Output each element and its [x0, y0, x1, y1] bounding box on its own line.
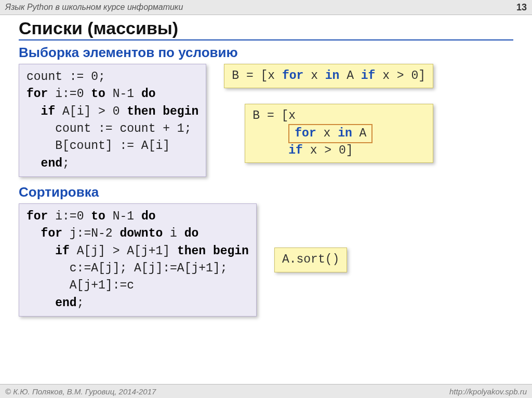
for-in-highlight-box: for x in A [288, 124, 373, 143]
course-title: Язык Python в школьном курсе информатики [5, 3, 183, 12]
slide-body: Списки (массивы) Выборка элементов по ус… [0, 15, 532, 317]
kw-if: if [252, 144, 303, 157]
kw-do: do [141, 87, 156, 101]
title-underline [19, 39, 513, 40]
code-line: A[j+1]:=c [26, 279, 134, 292]
slide-title: Списки (массивы) [19, 18, 513, 38]
sort-row: for i:=0 to N-1 do for j:=N-2 downto i d… [19, 203, 513, 317]
kw-then-begin: then begin [127, 105, 198, 118]
kw-if: if [26, 105, 55, 118]
kw-end: end [26, 157, 62, 170]
code-line: B = [x [252, 109, 296, 122]
python-filter-oneline: B = [x for x in A if x > 0] [224, 64, 433, 88]
page-number: 13 [516, 2, 527, 13]
kw-downto: downto [119, 227, 163, 240]
pascal-filter-code: count := 0; for i:=0 to N-1 do if A[i] >… [19, 64, 206, 177]
filter-row: count := 0; for i:=0 to N-1 do if A[i] >… [19, 64, 513, 177]
header-bar: Язык Python в школьном курсе информатики… [0, 0, 532, 15]
source-url: http://kpolyakov.spb.ru [449, 387, 527, 396]
python-sort-code: A.sort() [274, 248, 347, 272]
footer-bar: © К.Ю. Поляков, В.М. Гуровиц, 2014-2017 … [0, 384, 532, 398]
kw-do: do [141, 210, 156, 223]
kw-if: if [361, 69, 376, 83]
section-sort-title: Сортировка [19, 184, 513, 200]
section-filter-title: Выборка элементов по условию [19, 45, 513, 61]
pascal-sort-code: for i:=0 to N-1 do for j:=N-2 downto i d… [19, 203, 257, 317]
kw-for: for [295, 127, 316, 140]
code-line: count := 0; [26, 70, 105, 84]
kw-for: for [26, 210, 48, 223]
kw-to: to [91, 87, 105, 101]
kw-in: in [338, 127, 352, 140]
kw-for: for [282, 69, 303, 83]
code-line: B[count] := A[i] [26, 139, 170, 153]
python-filter-multiline: B = [x for x in A if x > 0] [245, 104, 433, 163]
copyright-text: © К.Ю. Поляков, В.М. Гуровиц, 2014-2017 [5, 387, 156, 396]
code-line: c:=A[j]; A[j]:=A[j+1]; [26, 262, 227, 275]
kw-to: to [91, 210, 105, 223]
code-line: count := count + 1; [26, 122, 191, 135]
kw-if: if [26, 244, 70, 258]
kw-for: for [26, 87, 48, 101]
kw-end: end [26, 296, 77, 310]
kw-for: for [26, 227, 62, 240]
kw-in: in [325, 69, 340, 83]
python-filter-column: B = [x for x in A if x > 0] B = [x for x… [224, 64, 433, 163]
kw-do: do [184, 227, 199, 240]
kw-then-begin: then begin [177, 244, 249, 258]
